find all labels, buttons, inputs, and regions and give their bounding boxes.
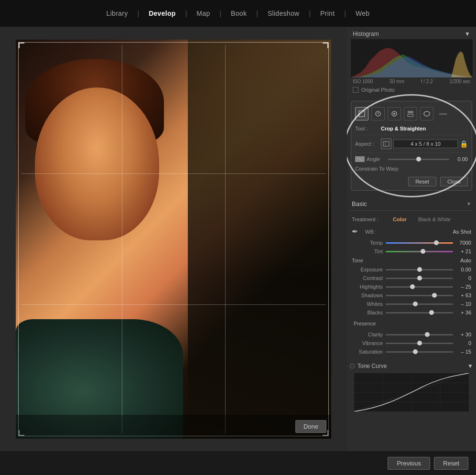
lock-icon[interactable]: 🔒 [460, 140, 468, 148]
previous-button[interactable]: Previous [388, 457, 430, 470]
crop-grid-h2 [21, 304, 326, 305]
blacks-slider-thumb[interactable] [429, 310, 434, 315]
redeye-button[interactable] [388, 107, 401, 120]
tone-curve-section: Tone Curve ▼ [347, 359, 476, 415]
blacks-value: + 36 [456, 310, 471, 315]
treatment-row: Treatment : Color Black & White [350, 214, 473, 225]
angle-slider-thumb[interactable] [416, 157, 421, 162]
contrast-slider[interactable] [386, 278, 453, 279]
histogram-section: Histogram ▼ ISO 1000 50 mm [347, 27, 476, 96]
tone-curve-title: Tone Curve [357, 363, 387, 369]
vibrance-slider-thumb[interactable] [417, 341, 422, 345]
aspect-svg [383, 140, 389, 147]
eyedropper-icon[interactable]: ✒ [352, 227, 361, 237]
divider-2 [355, 152, 468, 153]
shadows-row: Shadows + 63 [350, 291, 473, 300]
nav-sep-2: | [185, 10, 187, 17]
tone-curve-arrow[interactable]: ▼ [467, 363, 473, 369]
nav-sep-4: | [256, 10, 258, 17]
basic-arrow[interactable]: ▼ [466, 201, 471, 206]
graduated-filter-button[interactable] [404, 107, 417, 120]
temp-slider-thumb[interactable] [434, 240, 439, 245]
shadows-label: Shadows [352, 292, 383, 298]
crop-corner-tl[interactable] [19, 43, 24, 48]
crop-corner-tr[interactable] [323, 43, 328, 48]
nav-map[interactable]: Map [191, 7, 216, 20]
nav-book[interactable]: Book [225, 7, 252, 20]
treatment-bw-button[interactable]: Black & White [414, 216, 454, 223]
saturation-slider-thumb[interactable] [413, 349, 418, 354]
angle-slider[interactable] [388, 159, 449, 160]
vibrance-slider[interactable] [386, 343, 453, 344]
whites-slider[interactable] [386, 303, 453, 305]
highlights-row: Highlights – 25 [350, 282, 473, 291]
vibrance-value: 0 [456, 340, 471, 346]
bottom-right: Previous Reset [388, 457, 468, 470]
tint-slider-thumb[interactable] [421, 249, 425, 254]
blacks-slider[interactable] [386, 312, 453, 313]
angle-svg [355, 156, 365, 162]
saturation-slider[interactable] [386, 351, 453, 353]
crop-buttons-row: Reset Close [355, 174, 468, 186]
tone-curve-dot [350, 364, 355, 368]
whites-value: – 10 [456, 301, 471, 307]
done-button[interactable]: Done [295, 420, 326, 433]
adjustment-brush-button[interactable]: — [436, 107, 450, 120]
camera-aperture: f / 2.2 [421, 79, 433, 84]
exposure-slider[interactable] [386, 269, 453, 270]
right-panel: Histogram ▼ ISO 1000 50 mm [347, 27, 476, 451]
contrast-value: 0 [456, 275, 471, 281]
aspect-value-display[interactable]: 4 x 5 / 8 x 10 [393, 140, 458, 148]
shadows-slider-thumb[interactable] [432, 293, 437, 298]
vibrance-label: Vibrance [352, 340, 383, 346]
nav-sep-1: | [137, 10, 139, 17]
nav-develop[interactable]: Develop [143, 7, 182, 20]
nav-library[interactable]: Library [101, 7, 134, 20]
nav-print[interactable]: Print [314, 7, 340, 20]
crop-tool-button[interactable] [355, 107, 368, 120]
shadows-slider[interactable] [386, 295, 453, 296]
nav-web[interactable]: Web [350, 7, 375, 20]
main-area: Done Histogram ▼ [0, 27, 476, 451]
saturation-label: Saturation [352, 349, 383, 355]
tint-label: Tint [352, 248, 383, 254]
treatment-color-button[interactable]: Color [389, 216, 411, 223]
crop-reset-button[interactable]: Reset [408, 177, 436, 186]
tint-slider[interactable] [386, 251, 453, 252]
bottom-bar: Previous Reset [0, 451, 476, 475]
constrain-label: Constrain To Warp [355, 166, 398, 172]
clarity-slider[interactable] [386, 334, 453, 335]
auto-button[interactable]: Auto [460, 258, 471, 263]
constrain-row: Constrain To Warp [355, 163, 468, 174]
aspect-controls: 4 x 5 / 8 x 10 🔒 [381, 139, 468, 149]
tone-header: Tone Auto [350, 256, 473, 265]
crop-close-button[interactable]: Close [440, 177, 468, 186]
temp-label: Temp [352, 240, 383, 246]
exposure-slider-thumb[interactable] [417, 267, 422, 272]
reset-button[interactable]: Reset [434, 457, 468, 470]
camera-shutter: 1/200 sec [450, 79, 470, 84]
clarity-value: + 30 [456, 332, 471, 337]
temp-slider[interactable] [386, 242, 453, 244]
histogram-header: Histogram ▼ [349, 29, 474, 39]
original-photo-checkbox[interactable] [353, 87, 358, 93]
blacks-row: Blacks + 36 [350, 308, 473, 317]
highlights-slider-thumb[interactable] [410, 284, 415, 289]
saturation-value: – 15 [456, 349, 471, 355]
vibrance-row: Vibrance 0 [350, 339, 473, 347]
contrast-slider-thumb[interactable] [417, 276, 422, 281]
svg-rect-6 [408, 111, 413, 113]
wb-label: WB : [365, 229, 377, 235]
clarity-slider-thumb[interactable] [425, 332, 430, 337]
radial-filter-button[interactable] [420, 107, 433, 120]
highlights-slider[interactable] [386, 286, 453, 288]
histogram-arrow[interactable]: ▼ [465, 31, 470, 37]
spot-icon [375, 110, 381, 117]
whites-label: Whites [352, 301, 383, 307]
redeye-icon [391, 110, 398, 117]
whites-slider-thumb[interactable] [413, 302, 418, 306]
crop-overlay[interactable] [16, 40, 331, 439]
nav-slideshow[interactable]: Slideshow [262, 7, 305, 20]
spot-removal-button[interactable] [371, 107, 385, 120]
histogram-canvas [351, 39, 473, 77]
